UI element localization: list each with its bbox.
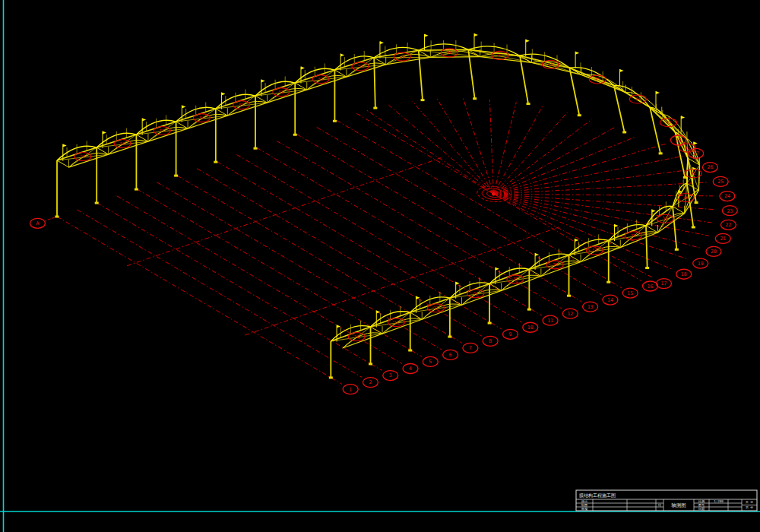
bay-tag-number: 46: [548, 62, 553, 67]
grid-bubble-number: 10: [527, 325, 534, 331]
grid-bubble-number: 25: [717, 179, 724, 185]
bay-tag-number: 31: [354, 334, 359, 339]
mast-base-plate: [645, 267, 649, 269]
mast-base-plate: [675, 249, 679, 251]
mast-base-plate: [692, 226, 695, 228]
bay-tag-number: 57: [81, 154, 86, 159]
bay-tag-number: 41: [691, 171, 696, 176]
bay-tag-number: 53: [239, 103, 244, 107]
mast-base-plate: [473, 97, 477, 100]
mast-base-plate: [659, 152, 663, 154]
bay-tag-number: 55: [160, 128, 165, 133]
bay-tag-number: 35: [513, 277, 518, 281]
bay-tag-number: 36: [553, 262, 558, 267]
bay-tag-number: 50: [358, 64, 363, 68]
mast-base-plate: [135, 188, 138, 191]
grid-bubble-number: 6: [449, 352, 452, 358]
mast-base-plate: [622, 131, 626, 133]
mast-base-plate: [578, 114, 581, 116]
mast-base-plate: [695, 201, 698, 204]
grid-bubble-number: 23: [727, 208, 733, 214]
cad-canvas: 5756555453525150494847464544434241403938…: [0, 0, 760, 532]
bay-tag-number: 34: [473, 291, 478, 296]
grid-bubble-number: 15: [627, 290, 633, 296]
grid-bubble-number: 12: [567, 311, 573, 317]
drawing-title: 轴测图: [671, 502, 686, 508]
mast-base-plate: [254, 147, 258, 150]
mast-base-plate: [369, 363, 372, 365]
mast-base-plate: [293, 134, 297, 136]
grid-bubble-number: 9: [509, 331, 512, 337]
mast-base-plate: [567, 295, 571, 297]
mast-base-plate: [527, 103, 530, 105]
grid-bubble-number: 22: [726, 222, 732, 228]
bay-tag-number: 37: [592, 248, 597, 252]
grid-bubble-number: 11: [547, 318, 553, 324]
bay-tag-number: 47: [498, 53, 503, 58]
grid-bubble-number: 18: [681, 271, 687, 277]
bay-tag-number: 40: [683, 195, 689, 200]
center-point: [492, 192, 496, 196]
cad-drawing-viewport[interactable]: 5756555453525150494847464544434241403938…: [0, 0, 760, 532]
grid-bubble-number: 13: [587, 304, 594, 310]
grid-bubble-number: 27: [693, 150, 699, 157]
grid-bubble-number: 24: [724, 193, 730, 199]
bay-tag-number: 48: [447, 50, 452, 55]
bay-tag-number: 43: [666, 120, 671, 125]
mast-base-plate: [448, 336, 451, 338]
grid-bubble-number: A: [36, 220, 40, 226]
mast-base-plate: [373, 107, 377, 109]
bay-tag-number: 51: [318, 77, 324, 81]
mast-base-plate: [95, 202, 99, 204]
bay-tag-number: 54: [199, 116, 204, 120]
bay-tag-number: 33: [433, 306, 439, 310]
title-block-label: 审核: [581, 507, 588, 511]
mast-base-plate: [174, 175, 178, 177]
bay-tag-number: 45: [595, 77, 600, 81]
mast-base-plate: [214, 161, 217, 163]
grid-bubble-number: 21: [720, 236, 726, 242]
mast-base-plate: [421, 99, 425, 101]
grid-bubble-number: 26: [707, 164, 713, 170]
mast-base-plate: [408, 350, 412, 352]
bay-tag-number: 32: [394, 320, 399, 325]
mast-base-plate: [488, 322, 492, 325]
grid-bubble-number: 17: [661, 280, 667, 287]
grid-bubble-number: 7: [469, 345, 472, 351]
bay-tag-number: 56: [120, 141, 125, 146]
grid-bubble-number: 8: [489, 338, 492, 344]
grid-bubble-number: 2: [369, 379, 372, 385]
bay-tag-number: 52: [279, 90, 284, 94]
grid-bubble-number: 14: [607, 297, 613, 303]
grid-bubble-number: 1: [349, 387, 352, 393]
sheet-background: [0, 0, 760, 532]
grid-bubble-number: 20: [711, 249, 717, 255]
mast-base-plate: [329, 376, 333, 378]
bay-tag-number: 42: [685, 146, 690, 150]
bay-tag-number: 39: [663, 217, 668, 221]
sheet-total: 共 张: [746, 500, 753, 504]
grid-bubble-number: 3: [389, 372, 392, 378]
bay-tag-number: 38: [631, 233, 636, 238]
grid-bubble-number: 5: [429, 359, 432, 365]
title-block-label: 日期: [698, 507, 705, 511]
mast-base-plate: [606, 281, 610, 283]
mast-base-plate: [683, 176, 687, 179]
mast-base-plate: [55, 216, 59, 218]
grid-bubble-number: 16: [648, 283, 654, 290]
sheet-number: 第 张: [746, 505, 753, 509]
grid-bubble-number: 4: [409, 366, 412, 372]
grid-bubble-number: 19: [698, 261, 704, 267]
mast-base-plate: [333, 120, 337, 122]
bay-tag-number: 44: [635, 97, 641, 101]
scale-value: 1:200: [714, 499, 724, 503]
grid-bubble-number: 28: [676, 138, 682, 144]
bay-tag-number: 49: [400, 55, 405, 59]
mast-base-plate: [527, 309, 531, 311]
project-title: 膜结构工程施工图: [579, 492, 616, 499]
